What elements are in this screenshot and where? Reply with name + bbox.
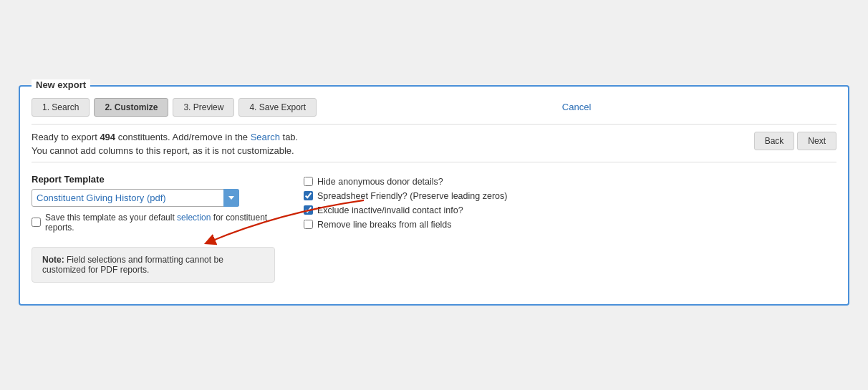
panel-title: New export <box>32 79 90 90</box>
checkbox-exclude-inactive: Exclude inactive/invalid contact info? <box>304 205 836 215</box>
info-suffix-after-link: tab. <box>280 132 298 142</box>
spreadsheet-checkbox[interactable] <box>304 191 313 200</box>
left-column: Report Template Constituent Giving Histo… <box>32 174 275 283</box>
remove-linebreaks-label: Remove line breaks from all fields <box>317 220 452 230</box>
save-default-checkbox[interactable] <box>32 218 41 227</box>
nav-buttons: Back Next <box>754 132 836 150</box>
exclude-inactive-checkbox[interactable] <box>304 205 313 215</box>
next-button[interactable]: Next <box>797 132 836 150</box>
back-button[interactable]: Back <box>754 132 795 150</box>
selection-link[interactable]: selection <box>177 213 211 223</box>
step-2-button[interactable]: 2. Customize <box>94 98 168 117</box>
spreadsheet-label: Spreadsheet Friendly? (Preserve leading … <box>317 191 507 201</box>
search-tab-link[interactable]: Search <box>251 132 280 142</box>
constituent-count: 494 <box>100 132 115 142</box>
template-select[interactable]: Constituent Giving History (pdf) <box>32 189 239 207</box>
hide-anon-checkbox[interactable] <box>304 177 313 186</box>
checkbox-hide-anon: Hide anonymous donor details? <box>304 177 836 187</box>
main-area: Report Template Constituent Giving Histo… <box>32 174 836 283</box>
checkbox-remove-linebreaks: Remove line breaks from all fields <box>304 220 836 230</box>
remove-linebreaks-checkbox[interactable] <box>304 220 313 229</box>
note-text: Field selections and formatting cannot b… <box>42 255 223 275</box>
template-select-wrapper: Constituent Giving History (pdf) <box>32 189 239 207</box>
info-line1: Ready to export 494 constituents. Add/re… <box>32 132 836 142</box>
step-3-button[interactable]: 3. Preview <box>173 98 234 117</box>
checkbox-spreadsheet: Spreadsheet Friendly? (Preserve leading … <box>304 191 836 201</box>
right-column: Hide anonymous donor details? Spreadshee… <box>304 174 836 283</box>
save-default-label: Save this template as your default selec… <box>45 213 275 233</box>
note-label: Note: <box>42 255 64 265</box>
steps-row: 1. Search 2. Customize 3. Preview 4. Sav… <box>32 98 836 125</box>
info-prefix: Ready to export <box>32 132 100 142</box>
info-line2: You cannot add columns to this report, a… <box>32 145 836 156</box>
exclude-inactive-label: Exclude inactive/invalid contact info? <box>317 205 463 215</box>
save-default-row: Save this template as your default selec… <box>32 213 275 233</box>
report-template-label: Report Template <box>32 174 275 185</box>
new-export-panel: New export 1. Search 2. Customize 3. Pre… <box>19 85 849 306</box>
note-box: Note: Field selections and formatting ca… <box>32 247 275 283</box>
cancel-link[interactable]: Cancel <box>562 102 591 112</box>
step-1-button[interactable]: 1. Search <box>32 98 90 117</box>
step-4-button[interactable]: 4. Save Export <box>238 98 317 117</box>
info-suffix-before-link: constituents. Add/remove in the <box>115 132 251 142</box>
hide-anon-label: Hide anonymous donor details? <box>317 177 443 187</box>
info-row: Back Next Ready to export 494 constituen… <box>32 132 836 162</box>
steps-left: 1. Search 2. Customize 3. Preview 4. Sav… <box>32 98 317 117</box>
